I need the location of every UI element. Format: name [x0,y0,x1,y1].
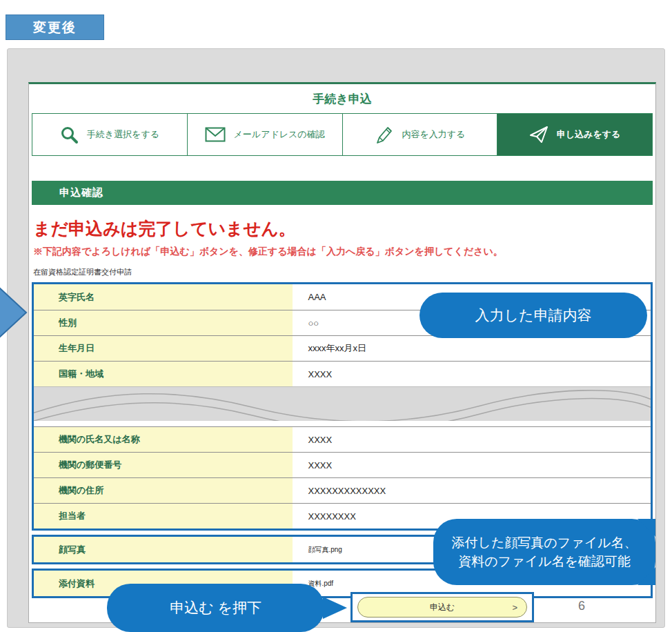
table-row: 機関の住所 XXXXXXXXXXXXX [34,477,651,503]
row-label: 性別 [34,310,293,335]
row-value: XXXX [293,362,651,386]
step-submit-application[interactable]: 申し込みをする [497,114,652,155]
row-label: 担当者 [34,504,293,529]
step-label: メールアドレスの確認 [234,128,325,141]
wave-gap [34,421,651,426]
step-label: 申し込みをする [557,128,621,141]
callout-text-line1: 添付した顔写真のファイル名、 [451,533,637,552]
row-label: 機関の氏名又は名称 [34,427,293,452]
row-value: xxxx年xx月x日 [293,336,651,361]
row-value: XXXX [293,453,651,477]
step-label: 内容を入力する [402,128,465,141]
submit-button-label: 申込む [430,602,455,613]
row-value: XXXXXXXXXXXXX [293,478,651,503]
submit-button-highlight: 申込む > [350,592,534,622]
table-row: 生年月日 xxxx年xx月x日 [34,335,651,361]
step-select-procedure[interactable]: 手続き選択をする [32,114,188,155]
callout-text: 入力した申請内容 [475,306,592,325]
row-label: 顔写真 [34,537,293,562]
callout-text-line2: 資料のファイル名を確認可能 [458,552,631,571]
step-label: 手続き選択をする [87,128,159,141]
screenshot-root: 変更後 手続き申込 手続き選択をする メールアドレスの確認 [0,0,672,632]
pencil-icon [374,125,393,144]
step-confirm-email[interactable]: メールアドレスの確認 [188,114,343,155]
table-row: 国籍・地域 XXXX [34,361,651,386]
callout-attachment-filenames: 添付した顔写真のファイル名、 資料のファイル名を確認可能 [433,519,655,585]
search-icon [60,126,79,144]
warning-note: ※下記内容でよろしければ「申込む」ボタンを、修正する場合は「入力へ戻る」ボタンを… [33,246,651,258]
change-after-badge-label: 変更後 [33,19,77,37]
row-value: XXXX [293,427,651,452]
warning-heading: まだ申込みは完了していません。 [33,217,651,240]
table-row: 機関の郵便番号 XXXX [34,452,651,477]
table-row: 機関の氏名又は名称 XXXX [34,426,651,452]
step-enter-content[interactable]: 内容を入力する [343,114,498,155]
row-label: 機関の住所 [34,478,293,503]
step-navigation: 手続き選択をする メールアドレスの確認 内容を入力する [32,113,653,156]
page-number: 6 [578,599,585,613]
procedure-name: 在留資格認定証明書交付申請 [33,267,651,277]
row-label: 英字氏名 [34,284,293,310]
row-label: 機関の郵便番号 [34,453,293,477]
wave-lines [34,387,651,421]
callout-press-submit: 申込む を押下 [107,584,324,632]
chevron-right-icon: > [512,602,517,613]
row-label: 国籍・地域 [34,362,293,386]
truncation-wave-separator [34,386,651,421]
change-after-badge: 変更後 [6,14,104,40]
mail-icon [205,127,226,142]
left-pointer-arrow-icon [0,286,28,339]
submit-button[interactable]: 申込む > [357,597,527,618]
row-label: 生年月日 [34,336,293,361]
section-header-bar: 申込確認 [32,181,653,205]
section-header-label: 申込確認 [59,186,103,199]
paper-plane-icon [529,126,549,144]
summary-rows-lower: 機関の氏名又は名称 XXXX 機関の郵便番号 XXXX 機関の住所 XXXXXX… [34,426,651,529]
callout-text: 申込む を押下 [170,598,261,618]
callout-entered-content: 入力した申請内容 [419,293,647,338]
page-title: 手続き申込 [29,84,655,107]
